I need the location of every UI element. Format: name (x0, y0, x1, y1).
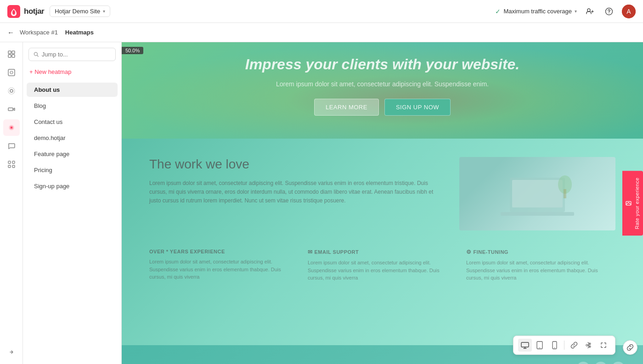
work-section-wrapper: The work we love Lorem ipsum dolor sit a… (122, 139, 643, 345)
nav-right: ✓ Maximum traffic coverage ▾ (495, 5, 636, 18)
svg-point-32 (586, 344, 588, 346)
sidebar-item-signup-page[interactable]: Sign-up page (27, 179, 118, 193)
link-button[interactable] (623, 340, 637, 355)
feature-experience: OVER * YEARS EXPERIENCE Lorem ipsum dolo… (149, 249, 299, 282)
search-input[interactable] (42, 51, 111, 58)
svg-rect-17 (12, 165, 15, 168)
email-icon: ✉ (308, 249, 313, 255)
chevron-down-icon: ▾ (103, 9, 105, 14)
help-button[interactable] (603, 5, 615, 18)
search-icon (34, 51, 39, 57)
svg-rect-7 (12, 55, 15, 57)
work-section: The work we love Lorem ipsum dolor sit a… (149, 157, 615, 230)
svg-rect-6 (8, 55, 11, 57)
svg-point-18 (34, 52, 37, 56)
svg-point-1 (587, 9, 590, 11)
sidebar-search-box[interactable] (28, 48, 116, 61)
new-heatmap-button[interactable]: + New heatmap (28, 67, 116, 77)
toolbar-link-icon[interactable] (567, 339, 581, 352)
breadcrumb-workspace[interactable]: Workspace #1 (20, 29, 58, 36)
content-wrapper: 50.0% Impress your clients with your web… (122, 42, 643, 364)
main-content: Rate your experience 50.0% Impress your … (122, 42, 643, 364)
svg-point-3 (609, 13, 609, 14)
device-mobile-button[interactable] (547, 339, 561, 352)
nav-expand-button[interactable] (3, 344, 20, 360)
nav-item-dashboard[interactable] (3, 46, 20, 62)
work-body: Lorem ipsum dolor sit amet, consectetur … (149, 179, 441, 206)
rate-experience-tab[interactable]: Rate your experience (622, 171, 643, 235)
work-title: The work we love (149, 157, 441, 172)
gear-icon: ⚙ (466, 249, 472, 255)
feature-experience-title: OVER * YEARS EXPERIENCE (149, 249, 299, 254)
nav-item-apps[interactable] (3, 156, 20, 173)
hero-section: 50.0% Impress your clients with your web… (122, 42, 643, 139)
main-layout: + New heatmap About us Blog Contact us d… (0, 42, 643, 364)
back-button[interactable]: ← (7, 28, 14, 36)
toolbar-separator (564, 341, 564, 350)
top-nav: hotjar Hotjar Demo Site ▾ ✓ Maximum traf… (0, 0, 643, 23)
traffic-coverage-badge[interactable]: ✓ Maximum traffic coverage ▾ (495, 8, 577, 15)
device-tablet-button[interactable] (533, 339, 547, 352)
add-user-button[interactable] (583, 5, 596, 18)
svg-point-10 (8, 88, 15, 94)
footer-socials: f t in (577, 362, 625, 364)
hotjar-logo-icon (7, 5, 20, 18)
logo-area: hotjar (7, 5, 44, 18)
traffic-label: Maximum traffic coverage (503, 8, 572, 15)
laptop-image (491, 164, 583, 224)
svg-point-9 (10, 90, 13, 92)
sidebar-item-blog[interactable]: Blog (27, 99, 118, 113)
sign-up-button[interactable]: SIGN UP NOW (384, 99, 451, 116)
feature-email-title: ✉ EMAIL SUPPORT (308, 249, 457, 255)
social-twitter[interactable]: t (594, 362, 607, 364)
svg-rect-5 (12, 51, 15, 54)
feature-fine-tuning: ⚙ FINE-TUNING Lorem ipsum dolor sit amet… (466, 249, 615, 282)
sidebar: + New heatmap About us Blog Contact us d… (23, 42, 122, 364)
svg-rect-19 (626, 202, 631, 205)
sidebar-item-demo-hotjar[interactable]: demo.hotjar (27, 131, 118, 145)
breadcrumb-bar: ← Workspace #1 Heatmaps (0, 23, 643, 42)
device-desktop-button[interactable] (518, 339, 532, 352)
feature-tuning-title: ⚙ FINE-TUNING (466, 249, 615, 255)
social-linkedin[interactable]: in (612, 362, 625, 364)
features-row: OVER * YEARS EXPERIENCE Lorem ipsum dolo… (149, 249, 615, 282)
feature-email-support: ✉ EMAIL SUPPORT Lorem ipsum dolor sit am… (308, 249, 457, 282)
svg-rect-14 (8, 161, 11, 163)
avatar[interactable] (622, 5, 636, 18)
feature-experience-body: Lorem ipsum dolor sit amet, consectetur … (149, 258, 299, 281)
svg-rect-8 (8, 69, 15, 76)
svg-rect-16 (8, 165, 11, 168)
heatmap-percentage-badge: 50.0% (122, 47, 143, 54)
svg-point-29 (554, 347, 555, 348)
breadcrumb-current: Heatmaps (65, 29, 94, 36)
svg-point-27 (539, 347, 540, 348)
hero-subtitle: Lorem ipsum dolor sit amet, consectetur … (131, 80, 634, 88)
sidebar-item-contact-us[interactable]: Contact us (27, 115, 118, 129)
toolbar-expand-button[interactable] (597, 339, 610, 352)
sidebar-item-feature-page[interactable]: Feature page (27, 147, 118, 161)
site-selector[interactable]: Hotjar Demo Site ▾ (50, 6, 110, 17)
sidebar-item-pricing[interactable]: Pricing (27, 163, 118, 177)
bottom-device-toolbar (513, 336, 615, 355)
nav-item-active-heatmap[interactable] (3, 119, 20, 136)
nav-item-insights[interactable] (3, 83, 20, 99)
social-facebook[interactable]: f (577, 362, 590, 364)
learn-more-button[interactable]: LEARN MORE (314, 99, 379, 116)
work-text: The work we love Lorem ipsum dolor sit a… (149, 157, 441, 206)
nav-item-feedback[interactable] (3, 138, 20, 154)
svg-rect-25 (521, 342, 529, 347)
sidebar-item-about-us[interactable]: About us (27, 83, 118, 97)
svg-rect-24 (564, 189, 566, 198)
heatmap-preview-area[interactable]: 50.0% Impress your clients with your web… (122, 42, 643, 364)
svg-rect-22 (501, 212, 574, 216)
nav-item-heatmaps[interactable] (3, 64, 20, 81)
hero-title: Impress your clients with your website. (131, 56, 634, 73)
chevron-down-icon: ▾ (575, 9, 577, 14)
work-image (459, 157, 615, 230)
toolbar-share-button[interactable] (582, 339, 596, 352)
nav-item-recordings[interactable] (3, 101, 20, 118)
hotjar-wordmark: hotjar (24, 7, 44, 16)
work-image-inner (459, 157, 615, 230)
feature-tuning-body: Lorem ipsum dolor sit amet, consectetur … (466, 259, 615, 282)
svg-point-13 (11, 127, 12, 129)
